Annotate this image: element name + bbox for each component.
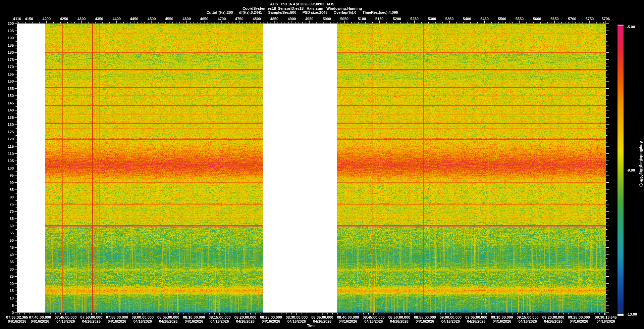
svg-text:Time: Time (307, 324, 315, 328)
svg-text:07:55:00.000: 07:55:00.000 (106, 315, 128, 319)
svg-text:4600: 4600 (182, 17, 191, 21)
svg-text:5300: 5300 (428, 17, 436, 21)
svg-text:5400: 5400 (463, 17, 471, 21)
svg-text:09:15:00.000: 09:15:00.000 (517, 315, 538, 319)
svg-text:135: 135 (8, 115, 14, 120)
svg-text:165: 165 (8, 72, 14, 76)
svg-text:08:20:00.000: 08:20:00.000 (234, 315, 256, 319)
svg-text:04/16/2026: 04/16/2026 (133, 319, 152, 323)
svg-text:08:40:00.000: 08:40:00.000 (337, 315, 359, 319)
svg-text:09:25:00.000: 09:25:00.000 (568, 315, 590, 319)
svg-text:15: 15 (10, 289, 14, 293)
svg-text:-9.00: -9.00 (627, 168, 635, 172)
svg-text:04/16/2026: 04/16/2026 (493, 319, 511, 323)
svg-text:4350: 4350 (95, 17, 103, 21)
svg-text:4650: 4650 (200, 17, 208, 21)
svg-text:04/16/2026: 04/16/2026 (441, 319, 460, 323)
svg-text:140: 140 (8, 108, 14, 112)
svg-text:04/16/2026: 04/16/2026 (287, 319, 306, 323)
svg-text:4500: 4500 (148, 17, 156, 21)
svg-text:55: 55 (10, 231, 14, 235)
svg-text:175: 175 (8, 58, 14, 62)
svg-text:5450: 5450 (480, 17, 488, 21)
svg-text:170: 170 (8, 65, 14, 69)
svg-text:04/16/2026: 04/16/2026 (416, 319, 434, 323)
svg-text:CoordSystem:es18 SensorID:es1: CoordSystem:es18 SensorID:es18 Axis:sum … (243, 6, 362, 10)
svg-text:4850: 4850 (270, 17, 278, 21)
svg-text:45: 45 (10, 245, 14, 249)
svg-text:Cuttoff(Hz):200 df(Hz):0.: Cuttoff(Hz):200 df(Hz):0.2441 Sample/Sec… (207, 10, 398, 14)
svg-text:4750: 4750 (235, 17, 243, 21)
svg-text:Amplitude(Log10(g^2/Hz)): Amplitude(Log10(g^2/Hz)) (639, 141, 643, 187)
svg-text:5600: 5600 (533, 17, 541, 21)
svg-text:04/16/2026: 04/16/2026 (390, 319, 409, 323)
svg-text:08:25:00.000: 08:25:00.000 (260, 315, 282, 319)
svg-text:04/16/2026: 04/16/2026 (467, 319, 485, 323)
svg-text:4950: 4950 (305, 17, 313, 21)
svg-text:70: 70 (10, 209, 14, 214)
svg-text:115: 115 (8, 144, 14, 148)
svg-text:5500: 5500 (498, 17, 506, 21)
svg-text:5: 5 (12, 303, 14, 308)
svg-text:07:35:32.365: 07:35:32.365 (6, 315, 28, 319)
svg-text:5050: 5050 (340, 17, 348, 21)
svg-text:60: 60 (10, 224, 14, 228)
svg-text:5150: 5150 (375, 17, 383, 21)
svg-text:5000: 5000 (323, 17, 331, 21)
svg-text:4150: 4150 (25, 17, 33, 21)
svg-text:07:45:00.000: 07:45:00.000 (55, 315, 76, 319)
svg-text:04/16/2026: 04/16/2026 (8, 319, 26, 323)
svg-text:190: 190 (8, 36, 14, 40)
svg-text:5100: 5100 (358, 17, 366, 21)
svg-text:AOS Thu 16 Apr 2026 09:30:02: AOS Thu 16 Apr 2026 09:30:02 AOS (270, 2, 334, 6)
svg-text:80: 80 (10, 195, 14, 199)
svg-text:95: 95 (10, 173, 14, 177)
svg-text:04/16/2026: 04/16/2026 (31, 319, 49, 323)
svg-text:105: 105 (8, 159, 14, 163)
svg-text:04/16/2026: 04/16/2026 (570, 319, 588, 323)
svg-text:5750: 5750 (586, 17, 594, 21)
svg-text:04/16/2026: 04/16/2026 (185, 319, 203, 323)
svg-text:08:00:00.000: 08:00:00.000 (132, 315, 154, 319)
svg-text:-13.00: -13.00 (627, 312, 637, 316)
svg-text:5250: 5250 (410, 17, 418, 21)
svg-text:04/16/2026: 04/16/2026 (313, 319, 331, 323)
svg-text:-5.00: -5.00 (627, 25, 635, 29)
svg-text:04/16/2026: 04/16/2026 (236, 319, 255, 323)
svg-text:5200: 5200 (393, 17, 401, 21)
svg-text:5550: 5550 (516, 17, 524, 21)
svg-text:130: 130 (8, 123, 14, 127)
svg-text:09:10:00.000: 09:10:00.000 (491, 315, 513, 319)
svg-text:125: 125 (8, 130, 14, 134)
svg-text:4450: 4450 (130, 17, 138, 21)
svg-text:4250: 4250 (60, 17, 68, 21)
svg-text:25: 25 (10, 274, 14, 278)
svg-text:04/16/2026: 04/16/2026 (596, 319, 615, 323)
svg-text:09:00:00.000: 09:00:00.000 (440, 315, 462, 319)
svg-text:04/16/2026: 04/16/2026 (364, 319, 383, 323)
svg-text:08:45:00.000: 08:45:00.000 (363, 315, 384, 319)
svg-text:08:50:00.000: 08:50:00.000 (388, 315, 410, 319)
svg-text:4550: 4550 (165, 17, 173, 21)
svg-text:180: 180 (8, 50, 14, 54)
svg-text:04/16/2026: 04/16/2026 (518, 319, 537, 323)
svg-text:145: 145 (8, 101, 14, 105)
svg-text:4900: 4900 (288, 17, 296, 21)
svg-text:85: 85 (10, 188, 14, 192)
svg-text:185: 185 (8, 43, 14, 47)
svg-text:5700: 5700 (568, 17, 576, 21)
svg-text:4400: 4400 (112, 17, 120, 21)
svg-text:40: 40 (10, 253, 14, 257)
svg-text:200: 200 (8, 21, 14, 26)
svg-text:155: 155 (8, 87, 14, 91)
svg-text:07:50:00.000: 07:50:00.000 (80, 315, 102, 319)
svg-text:100: 100 (8, 166, 14, 170)
svg-text:04/16/2026: 04/16/2026 (210, 319, 229, 323)
svg-text:04/16/2026: 04/16/2026 (108, 319, 126, 323)
svg-text:07:40:00.000: 07:40:00.000 (29, 315, 51, 319)
svg-text:4300: 4300 (77, 17, 86, 21)
svg-text:08:15:00.000: 08:15:00.000 (209, 315, 230, 319)
svg-text:110: 110 (8, 152, 14, 156)
svg-text:4200: 4200 (43, 17, 51, 21)
svg-text:09:20:00.000: 09:20:00.000 (542, 315, 564, 319)
